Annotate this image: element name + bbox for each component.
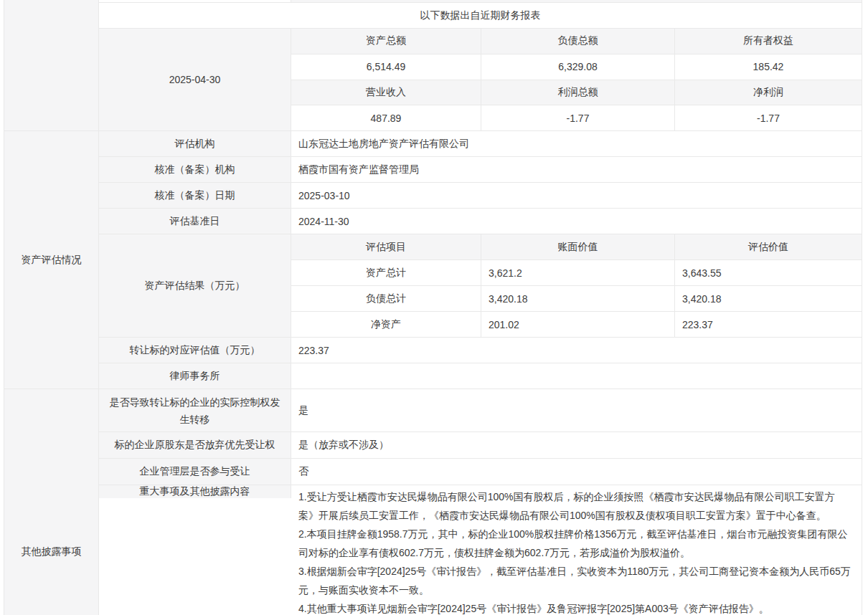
financial-label-row-2: 营业收入 利润总额 净利润	[291, 80, 862, 106]
waive-preemptive-right-label: 标的企业原股东是否放弃优先受让权	[99, 432, 291, 458]
financial-header-row: 以下数据出自近期财务报表	[99, 3, 862, 29]
financial-grid-row: 2025-04-30 资产总额 负债总额 所有者权益 6,514.49 6,32…	[99, 29, 862, 131]
subtable-header-item: 评估项目	[291, 234, 481, 259]
management-participation-row: 企业管理层是否参与受让 否	[99, 459, 862, 485]
eval-agency-row: 评估机构 山东冠达土地房地产资产评估有限公司	[99, 131, 862, 157]
management-participation-value: 否	[291, 459, 862, 485]
subtable-item-label: 净资产	[291, 312, 481, 337]
law-firm-value	[291, 363, 862, 388]
approval-agency-row: 核准（备案）机构 栖霞市国有资产监督管理局	[99, 157, 862, 183]
financial-value-row-1: 6,514.49 6,329.08 185.42	[291, 54, 862, 80]
owner-equity-value: 185.42	[675, 54, 862, 80]
eval-base-date-label: 评估基准日	[99, 209, 291, 234]
subtable-eval-value: 223.37	[675, 312, 862, 337]
eval-subtable-header-row: 评估项目 账面价值 评估价值	[291, 234, 862, 260]
financial-label-row-1: 资产总额 负债总额 所有者权益	[291, 29, 862, 54]
eval-agency-label: 评估机构	[99, 131, 291, 156]
eval-result-subtable: 评估项目 账面价值 评估价值 资产总计 3,621.2 3,643.55 负债总…	[291, 234, 862, 337]
approval-agency-value: 栖霞市国有资产监督管理局	[291, 157, 862, 182]
eval-base-date-row: 评估基准日 2024-11-30	[99, 209, 862, 234]
disclosure-table: 以下数据出自近期财务报表 2025-04-30 资产总额 负债总额 所有者权益 …	[4, 0, 862, 615]
disclosure-paragraph-4: 4.其他重大事项详见烟新会审字[2024]25号《审计报告》及鲁冠评报字[202…	[298, 599, 854, 615]
management-participation-label: 企业管理层是否参与受让	[99, 459, 291, 485]
subtable-book-value: 3,621.2	[481, 260, 675, 285]
approval-date-value: 2025-03-10	[291, 183, 862, 208]
eval-base-date-value: 2024-11-30	[291, 209, 862, 234]
evaluation-section: 资产评估情况 评估机构 山东冠达土地房地产资产评估有限公司 核准（备案）机构 栖…	[4, 131, 862, 389]
control-transfer-label: 是否导致转让标的企业的实际控制权发生转移	[99, 389, 291, 432]
approval-agency-label: 核准（备案）机构	[99, 157, 291, 182]
law-firm-row: 律师事务所	[99, 363, 862, 389]
total-assets-value: 6,514.49	[291, 54, 481, 80]
revenue-value: 487.89	[291, 105, 481, 130]
approval-date-row: 核准（备案）日期 2025-03-10	[99, 183, 862, 209]
subtable-book-value: 201.02	[481, 312, 675, 337]
transfer-eval-value-label: 转让标的对应评估值（万元）	[99, 338, 291, 363]
col-header-total-profit: 利润总额	[481, 80, 675, 105]
law-firm-label: 律师事务所	[99, 363, 291, 388]
major-matters-content: 1.受让方受让栖霞市安达民爆物品有限公司100%国有股权后，标的企业须按照《栖霞…	[291, 485, 862, 615]
total-profit-value: -1.77	[481, 105, 675, 130]
total-liabilities-value: 6,329.08	[481, 54, 675, 80]
financial-section: 以下数据出自近期财务报表 2025-04-30 资产总额 负债总额 所有者权益 …	[4, 0, 862, 131]
disclosure-section-title: 其他披露事项	[4, 389, 99, 615]
eval-result-row: 资产评估结果（万元） 评估项目 账面价值 评估价值 资产总计 3,621.2 3…	[99, 234, 862, 338]
disclosure-paragraph-1: 1.受让方受让栖霞市安达民爆物品有限公司100%国有股权后，标的企业须按照《栖霞…	[298, 487, 854, 525]
subtable-item-label: 资产总计	[291, 260, 481, 285]
net-profit-value: -1.77	[675, 105, 862, 130]
subtable-row-net-assets: 净资产 201.02 223.37	[291, 312, 862, 337]
disclosure-paragraph-2: 2.本项目挂牌金额1958.7万元，其中，标的企业100%股权挂牌价格1356万…	[298, 525, 854, 562]
col-header-total-liabilities: 负债总额	[481, 29, 675, 54]
subtable-eval-value: 3,420.18	[675, 286, 862, 311]
subtable-row-total-liabilities: 负债总计 3,420.18 3,420.18	[291, 286, 862, 312]
eval-result-label: 资产评估结果（万元）	[99, 234, 291, 337]
waive-preemptive-right-row: 标的企业原股东是否放弃优先受让权 是（放弃或不涉及）	[99, 432, 862, 459]
partial-cell-right	[291, 0, 862, 2]
col-header-owner-equity: 所有者权益	[675, 29, 862, 54]
subtable-header-book-value: 账面价值	[481, 234, 675, 259]
subtable-eval-value: 3,643.55	[675, 260, 862, 285]
col-header-revenue: 营业收入	[291, 80, 481, 105]
subtable-row-total-assets: 资产总计 3,621.2 3,643.55	[291, 260, 862, 286]
col-header-net-profit: 净利润	[675, 80, 862, 105]
disclosure-paragraph-3: 3.根据烟新会审字[2024]25号《审计报告》，截至评估基准日，实收资本为11…	[298, 562, 854, 599]
financial-value-row-2: 487.89 -1.77 -1.77	[291, 105, 862, 130]
approval-date-label: 核准（备案）日期	[99, 183, 291, 208]
transfer-eval-value: 223.37	[291, 338, 862, 363]
subtable-header-eval-value: 评估价值	[675, 234, 862, 259]
report-date-cell: 2025-04-30	[99, 29, 291, 130]
subtable-item-label: 负债总计	[291, 286, 481, 311]
major-matters-label: 重大事项及其他披露内容	[99, 485, 291, 498]
financial-header: 以下数据出自近期财务报表	[99, 3, 862, 28]
control-transfer-row: 是否导致转让标的企业的实际控制权发生转移 是	[99, 389, 862, 432]
transfer-eval-value-row: 转让标的对应评估值（万元） 223.37	[99, 338, 862, 363]
control-transfer-value: 是	[291, 389, 862, 432]
subtable-book-value: 3,420.18	[481, 286, 675, 311]
waive-preemptive-right-value: 是（放弃或不涉及）	[291, 432, 862, 458]
evaluation-section-title: 资产评估情况	[4, 131, 99, 389]
partial-cell-left	[99, 0, 291, 2]
financial-section-label	[4, 0, 99, 131]
col-header-total-assets: 资产总额	[291, 29, 481, 54]
eval-agency-value: 山东冠达土地房地产资产评估有限公司	[291, 131, 862, 156]
disclosure-section: 其他披露事项 是否导致转让标的企业的实际控制权发生转移 是 标的企业原股东是否放…	[4, 389, 862, 615]
listing-detail-page: 以下数据出自近期财务报表 2025-04-30 资产总额 负债总额 所有者权益 …	[0, 0, 868, 615]
major-matters-row: 重大事项及其他披露内容 1.受让方受让栖霞市安达民爆物品有限公司100%国有股权…	[99, 485, 862, 615]
